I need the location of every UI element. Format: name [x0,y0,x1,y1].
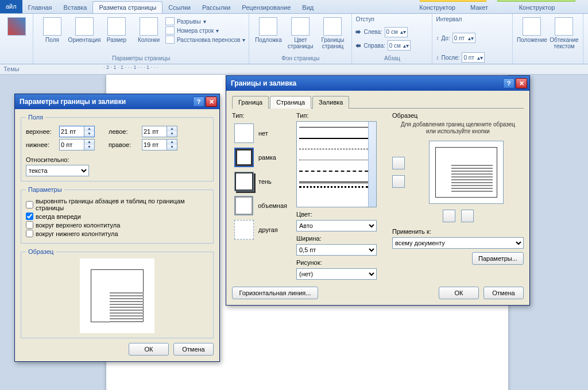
spacing-label: Интервал [436,15,509,24]
tab-constructor2[interactable]: Конструктор [513,2,561,13]
indent-right-row: 🡄Справа:0 см▴▾ [355,40,428,51]
tab-file[interactable]: айл [0,0,22,13]
chk-footer[interactable]: вокруг нижнего колонтитула [26,230,208,237]
page-bg-group-label: Фон страницы [253,54,348,63]
indent-label: Отступ [355,15,428,24]
page-setup-group-label: Параметры страницы [37,54,245,63]
params-button[interactable]: Параметры... [472,252,524,265]
cancel-button-2[interactable]: Отмена [483,287,524,299]
borders-shading-title: Границы и заливка [231,79,296,87]
tab-layout2[interactable]: Макет [465,2,494,13]
top-spin[interactable]: ▲▼ [59,126,95,137]
borders-shading-titlebar[interactable]: Границы и заливка ? ✕ [226,76,529,91]
tab-page-border[interactable]: Страница [270,96,311,109]
position-button[interactable]: Положение [516,15,547,43]
bottom-spin[interactable]: ▲▼ [59,139,95,150]
border-preview[interactable] [429,141,504,204]
help-button-2[interactable]: ? [503,78,514,88]
tab-view[interactable]: Вид [296,2,319,13]
spacing-after-spin[interactable]: 0 пт▴▾ [462,52,485,63]
borders-shading-dialog: Границы и заливка ? ✕ Граница Страница З… [226,75,530,306]
bottom-label: нижнее: [26,141,56,148]
edge-top-button[interactable] [392,157,405,169]
margins-fieldset: Поля верхнее: ▲▼ левое: ▲▼ нижнее: ▲▼ пр… [21,114,214,182]
help-button[interactable]: ? [193,96,204,107]
tab-home[interactable]: Главная [22,2,58,13]
edge-right-button[interactable] [461,210,474,222]
type-label: Тип: [232,112,289,119]
tab-references[interactable]: Ссылки [163,2,196,13]
relative-to-combo[interactable]: текста [26,165,89,176]
margins-button[interactable]: Поля [37,15,68,43]
indent-right-spin[interactable]: 0 см▴▾ [388,40,411,51]
border-options-titlebar[interactable]: Параметры границы и заливки ? ✕ [15,94,219,109]
page-color-button[interactable]: Цвет страницы [285,15,316,49]
type-none[interactable]: нет [232,121,289,145]
tab-shading[interactable]: Заливка [312,96,349,109]
ok-button-2[interactable]: ОК [439,287,479,299]
top-label: верхнее: [26,128,56,135]
paragraph-group-label: Абзац [355,54,428,63]
border-options-dialog: Параметры границы и заливки ? ✕ Поля вер… [14,94,220,362]
right-label: правое: [109,141,138,148]
page-borders-button[interactable]: Границы страниц [317,15,348,49]
art-combo[interactable]: (нет) [296,268,377,280]
line-numbers-menu[interactable]: Номера строк ▾ [165,26,245,34]
tab-constructor[interactable]: Конструктор [413,2,461,13]
indent-left-spin[interactable]: 0 см▴▾ [385,27,408,37]
type-custom[interactable]: другая [232,218,289,242]
tab-border[interactable]: Граница [232,96,269,109]
chk-front[interactable]: всегда впереди [26,213,208,220]
close-button-2[interactable]: ✕ [516,78,527,88]
size-button[interactable]: Размер [101,15,132,43]
apply-label: Применить к: [392,228,524,235]
spacing-before-spin[interactable]: 0 пт▴▾ [452,33,475,43]
width-combo[interactable]: 0,5 пт [296,244,377,256]
preview-label: Образец [392,112,524,119]
width-label: Ширина: [296,235,385,242]
left-label: левое: [109,128,138,135]
themes-group-label: Темы [3,65,20,72]
style-scrollbar[interactable] [368,122,376,207]
type-shadow[interactable]: тень [232,169,289,194]
cancel-button[interactable]: Отмена [173,343,214,356]
options-legend: Параметры [26,186,64,193]
themes-button[interactable] [3,15,29,36]
preview-hint: Для добавления границ щелкните образец и… [392,121,524,135]
edge-left-button[interactable] [443,210,455,222]
color-label: Цвет: [296,211,385,218]
breaks-menu[interactable]: Разрывы ▾ [165,17,245,25]
orientation-button[interactable]: Ориентация [69,15,100,43]
margins-legend: Поля [26,114,45,121]
ribbon-tabs: айл Главная Вставка Разметка страницы Сс… [0,0,588,14]
left-spin[interactable]: ▲▼ [142,126,177,137]
ok-button[interactable]: ОК [129,343,169,356]
ruler: · 2 · 1 · 1 · · · 1 · · · 1 · · · [0,64,588,75]
wrap-button[interactable]: Обтекание текстом [548,15,579,49]
tab-mailings[interactable]: Рассылки [196,2,236,13]
color-combo[interactable]: Авто [296,220,377,231]
apply-combo[interactable]: всему документу [392,237,524,249]
type-box[interactable]: рамка [232,145,289,169]
type-3d[interactable]: объемная [232,194,289,218]
options-fieldset: Параметры выровнять границы абзацев и та… [21,186,214,244]
horizontal-line-button[interactable]: Горизонтальная линия... [232,287,318,299]
tab-review[interactable]: Рецензирование [236,2,296,13]
hyphenation-menu[interactable]: Расстановка переносов ▾ [165,36,245,44]
relative-to-label: Относительно: [26,156,69,163]
columns-button[interactable]: Колонки [133,15,164,43]
tab-insert[interactable]: Вставка [58,2,93,13]
indent-left-row: 🡆Слева:0 см▴▾ [355,27,428,37]
close-button[interactable]: ✕ [206,96,217,107]
chk-align[interactable]: выровнять границы абзацев и таблиц по гр… [26,198,208,211]
style-label: Тип: [296,112,385,119]
style-list[interactable] [296,121,377,207]
preview-legend: Образец [26,248,56,255]
chk-header[interactable]: вокруг верхнего колонтитула [26,221,208,229]
watermark-button[interactable]: Подложка [253,15,284,43]
border-options-title: Параметры границы и заливки [20,98,126,106]
tab-page-layout[interactable]: Разметка страницы [92,1,163,13]
right-spin[interactable]: ▲▼ [142,139,177,150]
art-label: Рисунок: [296,259,385,266]
edge-bottom-button[interactable] [392,175,405,188]
